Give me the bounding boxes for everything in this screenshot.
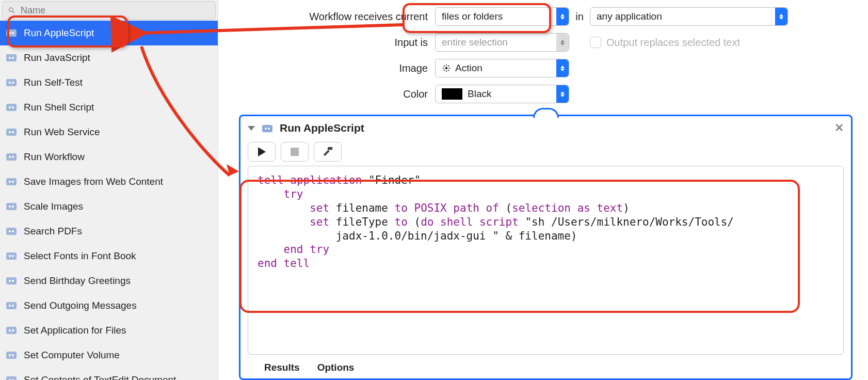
sidebar-item-label: Set Application for Files (24, 325, 126, 336)
fontbook-icon (4, 250, 19, 262)
svg-rect-41 (6, 352, 17, 359)
chevron-updown-icon (556, 8, 569, 25)
color-select[interactable]: Black (435, 85, 569, 103)
application-select[interactable]: any application (590, 7, 788, 26)
search-icon (8, 6, 15, 14)
preview-scale-icon (4, 200, 19, 213)
svg-rect-17 (6, 153, 17, 161)
sidebar-item-label: Run Shell Script (24, 102, 94, 113)
svg-point-7 (12, 57, 14, 59)
svg-rect-26 (6, 228, 17, 235)
sidebar-item-send-birthday-greetings[interactable]: Send Birthday Greetings (0, 268, 218, 293)
svg-point-13 (12, 106, 14, 108)
output-replaces-checkbox (590, 37, 601, 48)
svg-point-10 (12, 82, 14, 84)
image-value: Action (455, 62, 483, 74)
hammer-icon (322, 146, 333, 157)
svg-point-19 (12, 156, 14, 158)
chevron-updown-icon (556, 85, 569, 103)
sidebar-item-label: Scale Images (24, 201, 83, 212)
svg-rect-8 (6, 79, 17, 86)
sidebar-item-label: Run Self-Test (24, 77, 83, 88)
color-label: Color (239, 88, 435, 100)
svg-line-61 (444, 66, 445, 67)
svg-point-56 (445, 67, 448, 70)
svg-point-34 (12, 280, 14, 282)
preview-search-icon (4, 225, 19, 237)
output-replaces-row: Output replaces selected text (590, 37, 853, 49)
color-swatch (442, 88, 462, 100)
sidebar-item-scale-images[interactable]: Scale Images (0, 194, 218, 219)
sidebar-item-run-javascript[interactable]: Run JavaScript (0, 45, 218, 70)
sidebar-item-send-outgoing-messages[interactable]: Send Outgoing Messages (0, 293, 218, 318)
tab-options[interactable]: Options (317, 362, 355, 373)
sidebar-item-select-fonts-in-font-book[interactable]: Select Fonts in Font Book (0, 244, 218, 268)
svg-line-63 (444, 70, 445, 71)
main-panel: Workflow receives current files or folde… (218, 0, 868, 380)
disclosure-triangle-icon[interactable] (248, 126, 255, 131)
sidebar-item-label: Run Workflow (24, 151, 85, 163)
sidebar-item-set-computer-volume[interactable]: Set Computer Volume (0, 343, 218, 368)
stop-button[interactable] (281, 142, 309, 162)
input-label: Input is (239, 37, 435, 49)
svg-rect-11 (6, 104, 17, 111)
sidebar-item-save-images-from-web-content[interactable]: Save Images from Web Content (0, 169, 218, 194)
svg-point-3 (9, 32, 11, 34)
svg-point-12 (9, 106, 11, 108)
image-select[interactable]: Action (435, 59, 569, 77)
svg-rect-5 (6, 54, 17, 61)
svg-line-1 (12, 11, 14, 13)
actions-list[interactable]: Run AppleScriptRun JavaScriptRun Self-Te… (0, 21, 218, 380)
compile-button[interactable] (314, 142, 342, 162)
gear-icon (442, 64, 451, 73)
sidebar-item-run-workflow[interactable]: Run Workflow (0, 145, 218, 169)
svg-point-66 (265, 128, 267, 130)
receives-select[interactable]: files or folders (435, 7, 569, 26)
finder-icon (4, 324, 19, 337)
sidebar-item-run-applescript[interactable]: Run AppleScript (0, 21, 218, 45)
sidebar-item-run-self-test[interactable]: Run Self-Test (0, 70, 218, 95)
search-input[interactable] (20, 5, 210, 17)
sidebar-item-run-web-service[interactable]: Run Web Service (0, 120, 218, 145)
svg-line-62 (448, 70, 449, 71)
script-toolbar (248, 142, 844, 162)
in-label: in (569, 11, 590, 23)
tab-results[interactable]: Results (264, 362, 300, 373)
actions-sidebar: Run AppleScriptRun JavaScriptRun Self-Te… (0, 0, 218, 380)
stop-icon (291, 148, 299, 156)
sidebar-item-label: Select Fonts in Font Book (24, 250, 136, 262)
chevron-updown-icon (556, 34, 569, 51)
sidebar-item-set-application-for-files[interactable]: Set Application for Files (0, 318, 218, 343)
run-button[interactable] (248, 142, 276, 162)
svg-line-64 (448, 66, 449, 67)
terminal-icon (4, 101, 19, 114)
sidebar-item-label: Run JavaScript (24, 52, 90, 64)
svg-point-16 (12, 131, 14, 133)
svg-point-9 (9, 82, 11, 84)
robot-web-icon (4, 126, 19, 138)
close-icon[interactable]: ✕ (834, 121, 844, 135)
svg-point-42 (9, 354, 11, 356)
script-editor[interactable]: tell application "Finder" try set filena… (248, 166, 844, 355)
svg-point-28 (12, 230, 14, 232)
svg-point-25 (12, 205, 14, 208)
systemprefs-icon (4, 349, 19, 361)
receives-value: files or folders (442, 11, 503, 22)
svg-point-31 (12, 255, 14, 257)
sidebar-item-label: Save Images from Web Content (24, 176, 163, 187)
search-field[interactable] (2, 1, 216, 20)
contacts-icon (4, 275, 19, 287)
tools-cross-icon (4, 76, 19, 89)
chevron-updown-icon (556, 59, 569, 77)
svg-point-67 (268, 128, 270, 130)
svg-rect-38 (6, 327, 17, 334)
svg-point-36 (9, 305, 11, 307)
sidebar-item-search-pdfs[interactable]: Search PDFs (0, 219, 218, 244)
safari-icon (4, 176, 19, 188)
svg-rect-20 (6, 178, 17, 185)
svg-point-0 (9, 8, 12, 11)
robot-js-icon (4, 52, 19, 64)
sidebar-item-set-contents-of-textedit-document[interactable]: Set Contents of TextEdit Document (0, 368, 218, 380)
sidebar-item-run-shell-script[interactable]: Run Shell Script (0, 95, 218, 120)
textedit-icon (4, 374, 19, 380)
